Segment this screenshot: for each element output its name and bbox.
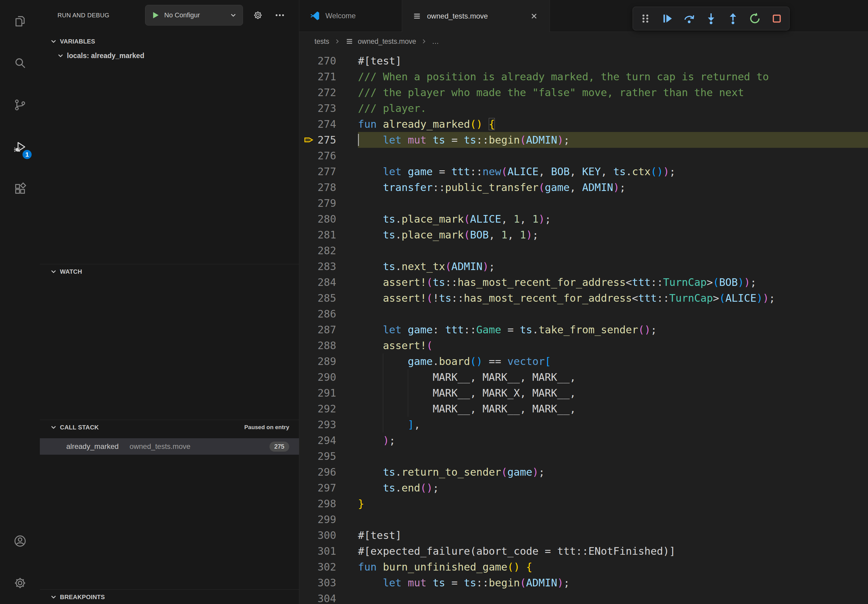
- activity-settings[interactable]: [0, 562, 40, 604]
- debug-settings-button[interactable]: [251, 8, 265, 22]
- breakpoint-zone[interactable]: [299, 432, 318, 448]
- breakpoint-zone[interactable]: [299, 575, 318, 591]
- breakpoint-zone[interactable]: [299, 543, 318, 559]
- restart-button[interactable]: [746, 10, 764, 27]
- code-line[interactable]: 303 let mut ts = ts::begin(ADMIN);: [299, 575, 868, 591]
- gutter[interactable]: 284: [299, 274, 358, 290]
- breakpoint-zone[interactable]: [299, 211, 318, 227]
- code-line[interactable]: 277 let game = ttt::new(ALICE, BOB, KEY,…: [299, 164, 868, 180]
- code-line[interactable]: 288 assert!(: [299, 338, 868, 353]
- breakpoint-zone[interactable]: [299, 385, 318, 401]
- more-actions-button[interactable]: [273, 8, 287, 22]
- code-editor[interactable]: 270#[test]271/// When a position is alre…: [299, 51, 868, 604]
- breakpoint-zone[interactable]: [299, 480, 318, 496]
- breakpoint-zone[interactable]: [299, 496, 318, 511]
- code-line[interactable]: 297 ts.end();: [299, 480, 868, 496]
- variables-section-header[interactable]: VARIABLES: [40, 34, 299, 49]
- stop-button[interactable]: [768, 10, 786, 27]
- breakpoint-zone[interactable]: [299, 401, 318, 417]
- breakpoint-zone[interactable]: [299, 290, 318, 306]
- activity-source-control[interactable]: [0, 84, 40, 126]
- code-line[interactable]: 289 game.board() == vector[: [299, 353, 868, 369]
- code-line[interactable]: 301#[expected_failure(abort_code = ttt::…: [299, 543, 868, 559]
- breakpoint-zone[interactable]: [299, 148, 318, 164]
- code-line[interactable]: 275 let mut ts = ts::begin(ADMIN);: [299, 132, 868, 148]
- step-into-button[interactable]: [702, 10, 720, 27]
- code-line[interactable]: 272/// the player who made the "false" m…: [299, 85, 868, 101]
- gutter[interactable]: 303: [299, 575, 358, 591]
- code-line[interactable]: 304: [299, 591, 868, 604]
- breakpoint-zone[interactable]: [299, 559, 318, 575]
- activity-account[interactable]: [0, 520, 40, 562]
- breakpoint-zone[interactable]: [299, 369, 318, 385]
- breakpoint-zone[interactable]: [299, 274, 318, 290]
- breakpoint-zone[interactable]: [299, 243, 318, 259]
- code-line[interactable]: 295: [299, 448, 868, 464]
- code-line[interactable]: 287 let game: ttt::Game = ts.take_from_s…: [299, 322, 868, 338]
- gutter[interactable]: 288: [299, 338, 358, 353]
- gutter[interactable]: 285: [299, 290, 358, 306]
- tab-owned-tests[interactable]: owned_tests.move: [402, 0, 550, 32]
- code-line[interactable]: 270#[test]: [299, 53, 868, 69]
- breakpoint-zone[interactable]: [299, 338, 318, 353]
- breakpoint-zone[interactable]: [299, 417, 318, 432]
- toolbar-drag-handle[interactable]: [637, 10, 654, 27]
- gutter[interactable]: 299: [299, 511, 358, 527]
- gutter[interactable]: 272: [299, 85, 358, 101]
- code-line[interactable]: 273/// player.: [299, 101, 868, 116]
- gutter[interactable]: 273: [299, 101, 358, 116]
- code-line[interactable]: 284 assert!(ts::has_most_recent_for_addr…: [299, 274, 868, 290]
- gutter[interactable]: 286: [299, 306, 358, 322]
- code-line[interactable]: 281 ts.place_mark(BOB, 1, 1);: [299, 227, 868, 243]
- breakpoint-zone[interactable]: [299, 227, 318, 243]
- breakpoints-section-header[interactable]: BREAKPOINTS: [40, 590, 299, 604]
- code-line[interactable]: 290 MARK__, MARK__, MARK__,: [299, 369, 868, 385]
- gutter[interactable]: 276: [299, 148, 358, 164]
- breakpoint-zone[interactable]: [299, 322, 318, 338]
- code-line[interactable]: 293 ],: [299, 417, 868, 432]
- gutter[interactable]: 281: [299, 227, 358, 243]
- breakpoint-zone[interactable]: [299, 591, 318, 604]
- gutter[interactable]: 282: [299, 243, 358, 259]
- gutter[interactable]: 289: [299, 353, 358, 369]
- debug-config-dropdown[interactable]: No Configur: [145, 5, 243, 26]
- tab-welcome[interactable]: Welcome: [299, 0, 402, 32]
- gutter[interactable]: 292: [299, 401, 358, 417]
- breakpoint-zone[interactable]: [299, 353, 318, 369]
- code-line[interactable]: 280 ts.place_mark(ALICE, 1, 1);: [299, 211, 868, 227]
- code-line[interactable]: 300#[test]: [299, 527, 868, 543]
- breakpoint-zone[interactable]: [299, 69, 318, 85]
- activity-search[interactable]: [0, 42, 40, 84]
- call-stack-section-header[interactable]: CALL STACK Paused on entry: [40, 420, 299, 435]
- gutter[interactable]: 300: [299, 527, 358, 543]
- breadcrumb-symbol[interactable]: …: [432, 37, 439, 46]
- gutter[interactable]: 280: [299, 211, 358, 227]
- breakpoint-zone[interactable]: [299, 164, 318, 180]
- code-line[interactable]: 286: [299, 306, 868, 322]
- continue-button[interactable]: [659, 10, 676, 27]
- code-line[interactable]: 276: [299, 148, 868, 164]
- gutter[interactable]: 293: [299, 417, 358, 432]
- gutter[interactable]: 294: [299, 432, 358, 448]
- step-out-button[interactable]: [724, 10, 742, 27]
- code-line[interactable]: 292 MARK__, MARK__, MARK__,: [299, 401, 868, 417]
- gutter[interactable]: 295: [299, 448, 358, 464]
- code-line[interactable]: 283 ts.next_tx(ADMIN);: [299, 259, 868, 274]
- close-tab-icon[interactable]: [529, 11, 539, 21]
- breakpoint-zone[interactable]: [299, 180, 318, 195]
- gutter[interactable]: 277: [299, 164, 358, 180]
- code-line[interactable]: 291 MARK__, MARK_X, MARK__,: [299, 385, 868, 401]
- code-line[interactable]: 294 );: [299, 432, 868, 448]
- code-line[interactable]: 296 ts.return_to_sender(game);: [299, 464, 868, 480]
- code-line[interactable]: 285 assert!(!ts::has_most_recent_for_add…: [299, 290, 868, 306]
- gutter[interactable]: 298: [299, 496, 358, 511]
- breakpoint-zone[interactable]: [299, 259, 318, 274]
- gutter[interactable]: 274: [299, 116, 358, 132]
- activity-run-debug[interactable]: 1: [0, 126, 40, 168]
- breakpoint-zone[interactable]: [299, 195, 318, 211]
- activity-explorer[interactable]: [0, 0, 40, 42]
- breakpoint-zone[interactable]: [299, 464, 318, 480]
- code-line[interactable]: 282: [299, 243, 868, 259]
- breakpoint-zone[interactable]: [299, 53, 318, 69]
- call-stack-frame-row[interactable]: already_marked owned_tests.move 275: [40, 438, 299, 455]
